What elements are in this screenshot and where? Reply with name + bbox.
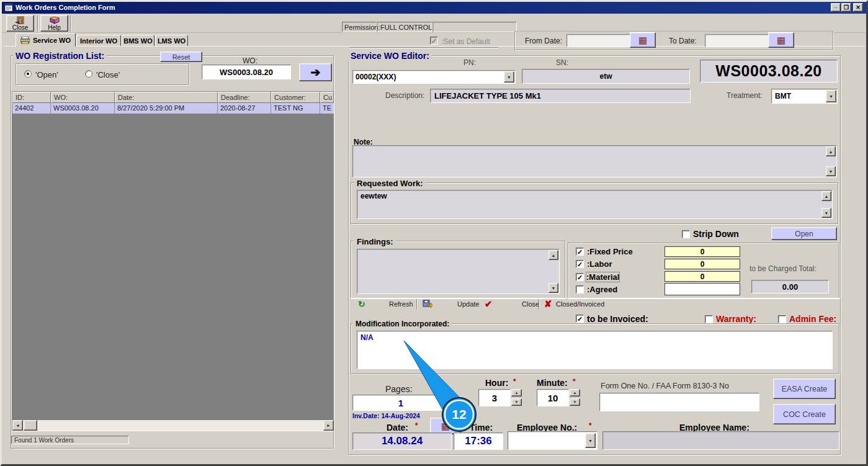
open-radio[interactable] <box>24 70 32 78</box>
findings-textarea[interactable]: ▲ ▼ <box>357 249 560 294</box>
minimize-button[interactable]: _ <box>831 3 841 12</box>
tab-interior-wo[interactable]: Interior WO <box>76 35 121 47</box>
scroll-up-button[interactable]: ▲ <box>548 250 558 260</box>
status-bar: Found 1 Work Orders <box>11 436 129 444</box>
open-button[interactable]: Open <box>771 227 837 240</box>
strip-down-checkbox[interactable] <box>682 230 690 238</box>
wo-table: ID: WO: Date: Deadline: Customer: Cu 244… <box>12 91 334 431</box>
scroll-down-button[interactable]: ▼ <box>548 283 558 293</box>
refresh-icon: ↻ <box>358 299 365 309</box>
help-button[interactable]: Help <box>40 15 68 32</box>
restore-button[interactable]: ❐ <box>841 3 851 12</box>
hour-spin-up[interactable]: ▲ <box>511 389 522 397</box>
permission-value-panel: FULL CONTROL <box>377 22 432 32</box>
sn-field[interactable]: etw <box>522 69 690 84</box>
treatment-dropdown-button[interactable]: ▼ <box>826 90 836 102</box>
material-checkbox[interactable]: ✓ <box>576 273 584 281</box>
coc-create-button[interactable]: COC Create <box>773 404 836 424</box>
warranty-label: Warranty: <box>716 314 756 324</box>
close-form-button[interactable]: Close <box>6 15 34 32</box>
restore-icon: ❐ <box>844 4 849 11</box>
tab-bms-wo[interactable]: BMS WO <box>122 35 154 47</box>
tab-service-wo[interactable]: Service WO <box>16 33 76 47</box>
set-default-checkbox[interactable]: ✓ <box>430 37 438 45</box>
treatment-value: BMT <box>775 92 791 101</box>
tab-lms-wo[interactable]: LMS WO <box>155 35 188 47</box>
permission-value: FULL CONTROL <box>380 24 432 31</box>
minute-spin-down[interactable]: ▼ <box>570 398 580 406</box>
column-header-id[interactable]: ID: <box>12 92 51 103</box>
wo-registration-title: WO Registration List: <box>13 51 107 61</box>
modification-label: Modification Incorporated: <box>353 320 452 328</box>
update-action[interactable]: Update <box>457 300 479 308</box>
admin-fee-checkbox[interactable] <box>778 315 786 323</box>
scroll-right-button[interactable]: ► <box>323 420 334 431</box>
treatment-label: Treatment: <box>727 91 763 100</box>
scroll-up-button[interactable]: ▲ <box>826 146 836 156</box>
column-header-deadline[interactable]: Deadline: <box>218 92 271 103</box>
toolbar-separator <box>70 16 71 32</box>
main-toolbar: Close Help Permission: FULL CONTROL <box>2 14 866 33</box>
form-one-input[interactable] <box>599 393 759 411</box>
close-icon: ✕ <box>856 4 861 11</box>
material-label: :Material <box>586 272 619 282</box>
close-window-button[interactable]: ✕ <box>853 3 863 12</box>
fixed-price-field[interactable]: 0 <box>664 246 740 257</box>
employee-no-combobox[interactable]: ▼ <box>508 431 597 450</box>
minute-spinner[interactable]: 10 <box>537 389 569 406</box>
cell-customer2: TE <box>320 103 334 114</box>
load-wo-button[interactable]: ➔ <box>299 63 332 81</box>
employee-name-field <box>602 431 839 450</box>
from-date-calendar-button[interactable]: ▦ <box>630 32 656 48</box>
requested-work-label: Requested Work: <box>354 179 426 188</box>
minute-spin-up[interactable]: ▲ <box>570 389 580 397</box>
close-radio[interactable] <box>85 70 92 78</box>
calendar-icon: ▦ <box>777 35 785 46</box>
scroll-left-button[interactable]: ◄ <box>12 420 23 431</box>
app-window: Work Orders Completion Form _ ❐ ✕ Close … <box>0 0 868 466</box>
description-field[interactable]: LIFEJACKET TYPE 105 Mk1 <box>430 89 691 103</box>
to-be-invoiced-checkbox[interactable]: ✓ <box>576 315 584 323</box>
pn-dropdown-button[interactable]: ▼ <box>504 71 514 83</box>
column-header-date[interactable]: Date: <box>115 92 218 103</box>
scroll-up-button[interactable]: ▲ <box>821 191 831 201</box>
material-field[interactable]: 0 <box>664 271 740 282</box>
wo-number-display: WS0003.08.20 <box>700 60 838 83</box>
description-label: Description: <box>385 91 424 100</box>
closed-invoiced-action[interactable]: Closed/Invoiced <box>556 300 604 308</box>
pn-combobox[interactable]: 00002(XXX) ▼ <box>352 70 516 84</box>
labor-field[interactable]: 0 <box>664 259 740 269</box>
note-textarea[interactable]: ▲ ▼ <box>352 145 837 177</box>
material-value: 0 <box>700 272 705 281</box>
permission-label: Permission: <box>344 24 380 31</box>
agreed-field[interactable] <box>664 283 740 295</box>
treatment-combobox[interactable]: BMT ▼ <box>771 89 838 104</box>
warranty-checkbox[interactable] <box>705 315 713 323</box>
toolbar-separator <box>37 16 38 32</box>
to-date-calendar-button[interactable]: ▦ <box>768 32 794 48</box>
employee-no-dropdown-button[interactable]: ▼ <box>585 433 596 448</box>
close-action[interactable]: Close <box>522 300 539 308</box>
horizontal-scrollbar[interactable]: ◄ ► <box>12 420 334 431</box>
refresh-action[interactable]: Refresh <box>389 300 413 308</box>
agreed-checkbox[interactable] <box>576 285 584 293</box>
requested-work-textarea[interactable]: eewtew ▲ ▼ <box>357 190 833 219</box>
cell-deadline: 2020-08-27 <box>218 103 271 114</box>
scroll-down-button[interactable]: ▼ <box>826 166 836 176</box>
hour-spin-down[interactable]: ▼ <box>511 398 522 406</box>
form-one-label: Form One No. / FAA Form 8130-3 No <box>601 382 729 390</box>
exit-door-icon <box>15 16 26 24</box>
open-radio-label: 'Open' <box>35 70 58 79</box>
arrow-right-icon: ➔ <box>311 65 321 79</box>
column-header-customer[interactable]: Customer: <box>271 92 320 103</box>
fixed-price-checkbox[interactable]: ✓ <box>576 248 584 256</box>
charged-total-value: 0.00 <box>782 282 798 292</box>
column-header-wo[interactable]: WO: <box>51 92 115 103</box>
reset-button[interactable]: Reset <box>160 52 202 62</box>
column-header-customer2[interactable]: Cu <box>320 92 334 103</box>
wo-input[interactable]: WS0003.08.20 <box>202 65 291 79</box>
labor-checkbox[interactable]: ✓ <box>576 260 584 268</box>
scroll-down-button[interactable]: ▼ <box>821 208 831 218</box>
scroll-thumb[interactable] <box>24 420 37 431</box>
easa-create-button[interactable]: EASA Create <box>773 379 836 399</box>
